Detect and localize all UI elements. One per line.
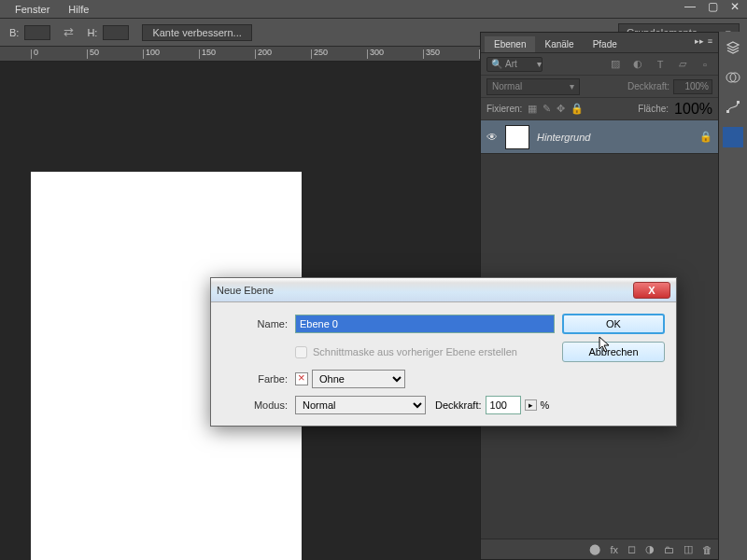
lock-label: Fixieren: xyxy=(486,104,522,114)
opacity-field[interactable]: 100% xyxy=(673,79,712,94)
chevron-down-icon: ▾ xyxy=(537,59,542,69)
maximize-button[interactable]: ▢ xyxy=(704,0,721,13)
search-icon: 🔍 xyxy=(491,59,502,69)
filter-adjust-icon[interactable]: ◐ xyxy=(630,57,645,72)
blend-mode-dropdown[interactable]: Normal ▾ xyxy=(486,78,580,95)
channels-panel-icon[interactable] xyxy=(723,67,743,88)
layer-thumbnail[interactable] xyxy=(505,125,529,149)
name-input[interactable] xyxy=(295,315,555,333)
layer-style-icon[interactable]: fx xyxy=(610,544,618,555)
ruler-number: 300 xyxy=(370,48,384,57)
ok-button[interactable]: OK xyxy=(562,314,665,334)
layer-mask-icon[interactable]: ◻ xyxy=(627,543,636,555)
lock-all-icon[interactable]: 🔒 xyxy=(571,103,584,115)
dialog-titlebar[interactable]: Neue Ebene X xyxy=(211,278,676,302)
ruler-number: 250 xyxy=(314,48,328,57)
opacity-flyout-icon[interactable]: ▸ xyxy=(525,399,537,411)
paths-panel-icon[interactable] xyxy=(723,97,743,118)
filter-shape-icon[interactable]: ▱ xyxy=(675,57,690,72)
fill-label: Fläche: xyxy=(638,104,669,114)
height-field[interactable] xyxy=(103,25,129,40)
lock-icon: 🔒 xyxy=(699,131,712,143)
percent-label: % xyxy=(541,399,550,411)
ruler-tick xyxy=(423,49,424,59)
opacity-label: Deckkraft: xyxy=(435,399,482,411)
close-window-button[interactable]: ✕ xyxy=(726,0,743,13)
delete-layer-icon[interactable]: 🗑 xyxy=(702,544,712,555)
panel-collapse-icon[interactable]: ▸▸ xyxy=(695,36,704,46)
ruler-tick xyxy=(199,49,200,59)
active-panel-indicator[interactable] xyxy=(723,127,743,147)
tab-kanale[interactable]: Kanäle xyxy=(535,36,583,52)
lock-transparent-icon[interactable]: ▦ xyxy=(528,103,537,115)
layer-filter-row: 🔍 Art ▾ ▨ ◐ T ▱ ▫ xyxy=(481,53,718,76)
ruler-number: 50 xyxy=(90,48,99,57)
ruler-tick xyxy=(311,49,312,59)
name-label: Name: xyxy=(222,318,288,329)
new-layer-dialog: Neue Ebene X Name: OK Schnittmaske aus v… xyxy=(210,277,677,427)
panel-tabs: Ebenen Kanäle Pfade ▸▸ ≡ xyxy=(481,33,718,53)
menu-hilfe[interactable]: Hilfe xyxy=(59,4,98,15)
ruler-number: 100 xyxy=(146,48,160,57)
dock-side-strip xyxy=(719,32,747,560)
ruler-tick xyxy=(31,49,32,59)
opacity-label: Deckkraft: xyxy=(627,81,669,91)
mode-label: Modus: xyxy=(222,399,288,411)
cancel-button[interactable]: Abbrechen xyxy=(562,342,665,362)
fill-field[interactable]: 100% xyxy=(674,101,712,118)
visibility-toggle-icon[interactable]: 👁 xyxy=(486,131,498,144)
blend-mode-value: Normal xyxy=(492,81,522,91)
minimize-button[interactable]: — xyxy=(682,0,698,13)
height-label: H: xyxy=(87,27,97,38)
clipping-mask-checkbox xyxy=(295,346,307,358)
tab-pfade[interactable]: Pfade xyxy=(584,36,627,52)
dialog-close-button[interactable]: X xyxy=(633,282,670,299)
new-layer-icon[interactable]: ◫ xyxy=(684,543,693,555)
lock-paint-icon[interactable]: ✎ xyxy=(543,103,551,115)
link-layers-icon[interactable]: ⬤ xyxy=(589,543,600,555)
layer-name[interactable]: Hintergrund xyxy=(537,132,590,143)
lock-position-icon[interactable]: ✥ xyxy=(557,103,565,115)
ruler-number: 200 xyxy=(258,48,272,57)
layer-filter-label: Art xyxy=(505,59,517,69)
opacity-input[interactable] xyxy=(486,396,521,414)
filter-image-icon[interactable]: ▨ xyxy=(608,57,623,72)
layers-panel-icon[interactable] xyxy=(723,37,743,58)
svg-rect-3 xyxy=(737,101,740,104)
panel-menu-icon[interactable]: ≡ xyxy=(708,36,712,46)
layer-panel-footer: ⬤ fx ◻ ◑ 🗀 ◫ 🗑 xyxy=(481,539,718,559)
ruler-number: 350 xyxy=(426,48,440,57)
ruler-number: 0 xyxy=(34,48,38,57)
ruler-tick xyxy=(143,49,144,59)
layer-filter-dropdown[interactable]: 🔍 Art ▾ xyxy=(486,57,543,72)
width-field[interactable] xyxy=(24,25,50,40)
tab-ebenen[interactable]: Ebenen xyxy=(485,36,535,52)
group-icon[interactable]: 🗀 xyxy=(664,544,674,555)
ruler-tick xyxy=(87,49,88,59)
color-label: Farbe: xyxy=(222,373,288,385)
color-swatch-none-icon xyxy=(295,372,308,385)
filter-text-icon[interactable]: T xyxy=(653,57,668,72)
ruler-tick xyxy=(367,49,368,59)
color-dropdown[interactable]: Ohne xyxy=(312,370,405,388)
layer-row[interactable]: 👁 Hintergrund 🔒 xyxy=(481,120,718,154)
ruler-number: 150 xyxy=(202,48,216,57)
adjustment-layer-icon[interactable]: ◑ xyxy=(645,543,655,555)
menu-fenster[interactable]: Fenster xyxy=(6,4,59,15)
ruler-tick xyxy=(255,49,256,59)
refine-edge-button[interactable]: Kante verbessern... xyxy=(142,24,251,41)
width-label: B: xyxy=(9,27,19,38)
svg-rect-2 xyxy=(726,110,729,113)
dialog-title: Neue Ebene xyxy=(217,285,274,296)
menu-bar: Fenster Hilfe — ▢ ✕ xyxy=(0,0,747,19)
chevron-down-icon: ▾ xyxy=(570,81,574,91)
clipping-mask-label: Schnittmaske aus vorheriger Ebene erstel… xyxy=(313,346,517,357)
swap-dimensions-icon[interactable]: ⇄ xyxy=(63,25,74,39)
filter-smart-icon[interactable]: ▫ xyxy=(698,57,712,72)
mode-dropdown[interactable]: Normal xyxy=(295,396,426,414)
